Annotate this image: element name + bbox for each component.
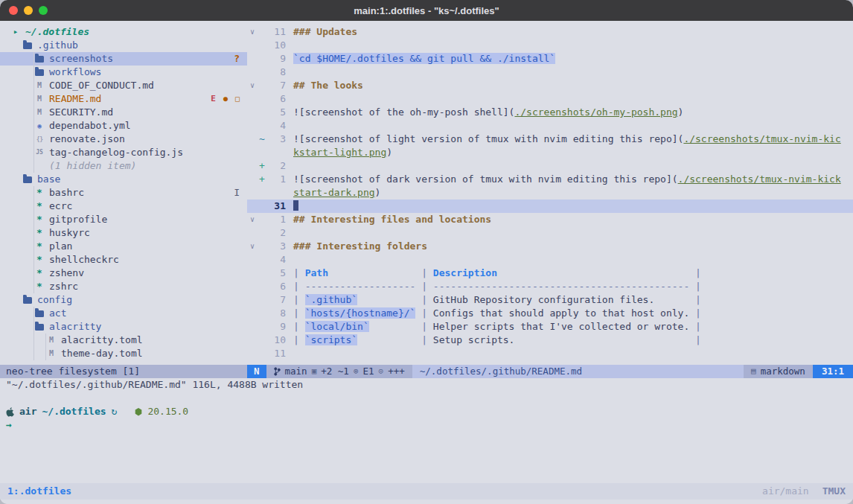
editor-buffer[interactable]: ∨11### Updates109`cd $HOME/.dotfiles && … (247, 21, 853, 365)
tree-item-label: gitprofile (49, 213, 107, 226)
dotfile-icon: * (34, 200, 45, 213)
tree-item-huskyrc[interactable]: *huskyrc (0, 226, 247, 240)
indent-guide (33, 280, 34, 293)
editor-line[interactable]: ∨7## The looks (247, 79, 853, 92)
indent-guide (33, 133, 34, 146)
tree-item-label: SECURITY.md (49, 106, 113, 119)
tree-item-plan[interactable]: *plan (0, 240, 247, 253)
editor-line[interactable]: 4 (247, 253, 853, 267)
tree-item-zshrc[interactable]: *zshrc (0, 280, 247, 293)
editor-line[interactable]: 9`cd $HOME/.dotfiles && git pull && ./in… (247, 52, 853, 66)
editor-line[interactable]: +1![screenshot of dark version of tmux w… (247, 173, 853, 186)
window-titlebar[interactable]: main:1:.dotfiles - "ks~/.dotfiles" (0, 0, 853, 21)
indent-guide (33, 119, 34, 133)
editor-line[interactable]: ∨1## Interesting files and locations (247, 213, 853, 226)
editor-line[interactable]: 5![screenshot of the oh-my-posh shell](.… (247, 106, 853, 119)
diff-icon: ▣ (312, 365, 317, 378)
git-sign (258, 213, 266, 226)
editor-line[interactable]: 6 (247, 92, 853, 106)
editor-line[interactable]: 6| ------------------- | ---------------… (247, 280, 853, 293)
tmux-session-name: air/main (762, 485, 809, 498)
editor-cursor-line[interactable]: 31 (247, 200, 853, 213)
tree-item-shellcheckrc[interactable]: *shellcheckrc (0, 253, 247, 267)
line-text: start-dark.png) (286, 186, 380, 200)
git-sign (258, 200, 266, 213)
tree-item-theme-day-toml[interactable]: Mtheme-day.toml (0, 347, 247, 360)
editor-line[interactable]: 10 (247, 39, 853, 52)
tree-item-renovate-json[interactable]: {}renovate.json (0, 133, 247, 146)
line-text (286, 92, 293, 106)
editor-line[interactable]: start-dark.png) (247, 186, 853, 200)
line-number: 7 (266, 79, 286, 92)
git-sign (258, 79, 266, 92)
editor-line[interactable]: 11 (247, 347, 853, 360)
markdown-filetype-icon: ▤ (751, 365, 756, 378)
close-window-button[interactable] (9, 6, 18, 15)
editor-line[interactable]: ∨11### Updates (247, 25, 853, 39)
minimize-window-button[interactable] (24, 6, 33, 15)
tmux-window-name[interactable]: 1:.dotfiles (7, 485, 71, 498)
tree-item-readme-md[interactable]: MREADME.mdE●□ (0, 92, 247, 106)
tree-item-screenshots[interactable]: screenshots? (0, 52, 247, 66)
tree-item-label: zshrc (49, 280, 78, 293)
tree-item-github[interactable]: .github (0, 39, 247, 52)
editor-line[interactable]: 8 (247, 66, 853, 79)
line-text (286, 66, 293, 79)
editor-line[interactable]: ∨3### Interesting folders (247, 240, 853, 253)
line-text: | Path | Description | (286, 267, 701, 280)
line-number: 9 (266, 320, 286, 334)
prompt-arrow-icon: → (6, 419, 12, 430)
tree-item-alacritty-toml[interactable]: Malacritty.toml (0, 334, 247, 347)
editor-line[interactable]: ~3![screenshot of light version of tmux … (247, 133, 853, 146)
editor-line[interactable]: 5| Path | Description | (247, 267, 853, 280)
tree-item-alacritty[interactable]: alacritty (0, 320, 247, 334)
git-sign (258, 293, 266, 307)
tree-item-dependabot-yml[interactable]: ◉dependabot.yml (0, 119, 247, 133)
line-text: | `hosts/{hostname}/` | Configs that sho… (286, 307, 701, 320)
line-number: 6 (266, 280, 286, 293)
toml-file-icon: M (46, 334, 57, 347)
git-sign (258, 307, 266, 320)
line-text: ![screenshot of light version of tmux wi… (286, 133, 841, 146)
prompt-host: air (19, 405, 36, 418)
tree-item-marker: ? (234, 52, 240, 66)
fold-indicator-icon (247, 39, 258, 52)
nodejs-icon (135, 408, 142, 416)
tree-item-ecrc[interactable]: *ecrc (0, 200, 247, 213)
editor-line[interactable]: 10| `scripts` | Setup scripts. | (247, 334, 853, 347)
tree-item-label: config (37, 293, 72, 307)
tree-item-base[interactable]: base (0, 173, 247, 186)
tree-item-bashrc[interactable]: *bashrcI (0, 186, 247, 200)
neo-tree-statusline: neo-tree filesystem [1] (0, 365, 247, 378)
editor-line[interactable]: 2 (247, 226, 853, 240)
line-number: 2 (266, 159, 286, 173)
fold-indicator-icon (247, 347, 258, 360)
zoom-window-button[interactable] (39, 6, 48, 15)
editor-line[interactable]: 4 (247, 119, 853, 133)
editor-line[interactable]: kstart-light.png) (247, 146, 853, 159)
tree-item-dotfiles[interactable]: ▸~/.dotfiles (0, 25, 247, 39)
line-number: 10 (266, 334, 286, 347)
editor-line[interactable]: 7| `.github` | GitHub Repository configu… (247, 293, 853, 307)
fold-indicator-icon (247, 253, 258, 267)
fold-indicator-icon (247, 92, 258, 106)
tree-item-config[interactable]: config (0, 293, 247, 307)
tree-item-gitprofile[interactable]: *gitprofile (0, 213, 247, 226)
statusline-filepath: ~/.dotfiles/.github/README.md (412, 365, 744, 378)
line-text (286, 253, 293, 267)
tree-item-1-hidden-item[interactable]: (1 hidden item) (0, 159, 247, 173)
tree-item-code-of-conduct-md[interactable]: MCODE_OF_CONDUCT.md (0, 79, 247, 92)
tree-item-security-md[interactable]: MSECURITY.md (0, 106, 247, 119)
git-sign (258, 253, 266, 267)
tree-item-tag-changelog-config-js[interactable]: JStag-changelog-config.js (0, 146, 247, 159)
prompt-input-line[interactable]: → (0, 418, 853, 432)
editor-line[interactable]: 8| `hosts/{hostname}/` | Configs that sh… (247, 307, 853, 320)
editor-line[interactable]: 9| `local/bin` | Helper scripts that I'v… (247, 320, 853, 334)
tree-item-zshenv[interactable]: *zshenv (0, 267, 247, 280)
tree-item-act[interactable]: act (0, 307, 247, 320)
line-number: 1 (266, 173, 286, 186)
editor-line[interactable]: +2 (247, 159, 853, 173)
tree-item-label: theme-day.toml (61, 347, 143, 360)
tree-item-workflows[interactable]: workflows (0, 66, 247, 79)
tree-item-label: huskyrc (49, 226, 90, 240)
